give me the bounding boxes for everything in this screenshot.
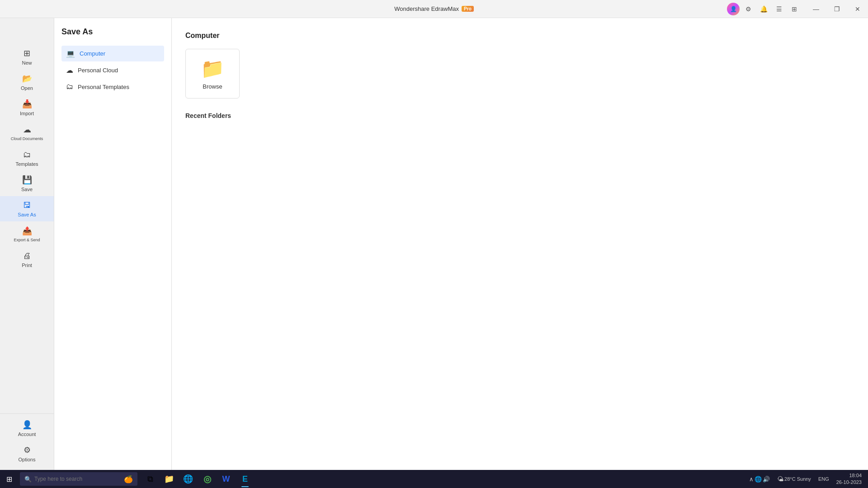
pro-badge: Pro [462, 6, 474, 12]
app-title: Wondershare EdrawMax Pro [394, 5, 474, 12]
save-as-option-templates-label: Personal Templates [78, 84, 129, 90]
taskbar-file-explorer[interactable]: 📁 [160, 470, 178, 488]
sidebar-item-options[interactable]: ⚙ Options [0, 441, 54, 466]
templates-icon: 🗂 [23, 150, 31, 160]
sidebar-item-save-label: Save [21, 187, 33, 192]
sidebar-item-open-label: Open [21, 85, 33, 91]
sidebar-item-new[interactable]: ⊞ New [0, 44, 54, 70]
main-section-title: Computer [185, 32, 854, 40]
save-as-option-cloud-label: Personal Cloud [78, 67, 118, 74]
search-icon: 🔍 [24, 476, 32, 483]
taskbar-task-view[interactable]: ⧉ [141, 470, 159, 488]
sidebar-item-save-as[interactable]: 🖫 Save As [0, 196, 54, 221]
notifications-icon[interactable]: 🔔 [757, 2, 770, 16]
sidebar-item-options-label: Options [19, 457, 36, 462]
taskbar-right: ∧ 🌐 🔊 🌤 28°C Sunny ENG 18:04 26-10-2023 [746, 470, 868, 488]
save-as-option-computer-label: Computer [80, 50, 105, 57]
browse-card[interactable]: 📁 Browse [185, 49, 240, 99]
options-icon: ⚙ [24, 445, 31, 455]
app-title-text: Wondershare EdrawMax [394, 5, 459, 12]
save-icon: 💾 [22, 175, 32, 185]
sidebar-item-export-label: Export & Send [14, 238, 40, 242]
taskbar-chrome[interactable]: ◎ [198, 470, 216, 488]
taskbar-clock[interactable]: 18:04 26-10-2023 [834, 470, 864, 488]
restore-button[interactable]: ❐ [826, 0, 847, 18]
sidebar-bottom: 👤 Account ⚙ Options [0, 413, 54, 466]
open-icon: 📂 [22, 74, 32, 84]
main-content: Computer 📁 Browse Recent Folders [172, 18, 868, 470]
taskbar-word[interactable]: W [217, 470, 235, 488]
sidebar-item-account[interactable]: 👤 Account [0, 416, 54, 441]
search-emoji: 🍊 [124, 475, 133, 483]
new-icon: ⊞ [24, 48, 30, 58]
language-indicator: ENG [818, 476, 829, 482]
taskbar-weather[interactable]: 🌤 28°C Sunny [774, 474, 814, 484]
taskbar-edge[interactable]: 🌐 [179, 470, 197, 488]
print-icon: 🖨 [23, 251, 31, 261]
account-icon: 👤 [22, 420, 32, 430]
sidebar-item-save[interactable]: 💾 Save [0, 171, 54, 196]
sidebar-item-print-label: Print [22, 263, 32, 268]
sidebar-item-open[interactable]: 📂 Open [0, 70, 54, 95]
window-controls: — ❐ ✕ [806, 0, 868, 18]
taskbar-system-icons[interactable]: ∧ 🌐 🔊 [746, 474, 773, 484]
taskbar-apps: ⧉ 📁 🌐 ◎ W E [141, 470, 254, 488]
save-as-panel: Save As 💻 Computer ☁ Personal Cloud 🗂 Pe… [54, 18, 172, 470]
time-display: 18:04 [836, 472, 862, 479]
start-icon: ⊞ [6, 475, 12, 483]
network-icon: 🌐 [755, 476, 762, 483]
save-as-option-personal-templates[interactable]: 🗂 Personal Templates [61, 79, 164, 94]
sidebar-item-templates[interactable]: 🗂 Templates [0, 145, 54, 171]
title-bar: Wondershare EdrawMax Pro 👤 ⚙ 🔔 ☰ ⊞ — ❐ ✕ [0, 0, 868, 18]
computer-icon: 💻 [66, 49, 75, 58]
browse-label: Browse [203, 83, 222, 90]
save-as-icon: 🖫 [23, 201, 31, 210]
taskbar-edrawmax[interactable]: E [236, 470, 254, 488]
search-input[interactable] [34, 476, 121, 482]
user-avatar[interactable]: 👤 [727, 3, 740, 15]
taskbar: ⊞ 🔍 🍊 ⧉ 📁 🌐 ◎ W E ∧ 🌐 🔊 🌤 28°C Sunny ENG… [0, 470, 868, 488]
sidebar-item-export-send[interactable]: 📤 Export & Send [0, 221, 54, 247]
weather-text: 28°C Sunny [784, 476, 811, 482]
sidebar-item-save-as-label: Save As [18, 212, 36, 217]
import-icon: 📥 [22, 99, 32, 109]
cloud-documents-icon: ☁ [23, 125, 31, 135]
chevron-icon: ∧ [749, 476, 754, 483]
date-display: 26-10-2023 [836, 479, 862, 486]
taskbar-lang[interactable]: ENG [816, 474, 832, 483]
export-send-icon: 📤 [22, 226, 32, 236]
save-as-panel-title: Save As [61, 27, 164, 37]
folder-icon: 📁 [201, 57, 224, 80]
personal-cloud-icon: ☁ [66, 66, 73, 75]
sidebar-item-templates-label: Templates [15, 161, 38, 167]
sidebar-item-account-label: Account [18, 432, 36, 437]
volume-icon: 🔊 [763, 476, 770, 483]
save-as-option-computer[interactable]: 💻 Computer [61, 46, 164, 61]
weather-icon: 🌤 [777, 475, 783, 483]
personal-templates-icon: 🗂 [66, 83, 73, 91]
sidebar-item-import-label: Import [20, 111, 34, 116]
toolbar-icon[interactable]: ⊞ [788, 2, 801, 16]
save-as-option-personal-cloud[interactable]: ☁ Personal Cloud [61, 62, 164, 78]
sidebar-item-new-label: New [22, 60, 32, 66]
recent-folders-title: Recent Folders [185, 112, 854, 119]
title-bar-right-icons: 👤 ⚙ 🔔 ☰ ⊞ [723, 0, 805, 18]
start-button[interactable]: ⊞ [0, 470, 18, 488]
minimize-button[interactable]: — [806, 0, 826, 18]
left-sidebar: ⊞ New 📂 Open 📥 Import ☁ Cloud Documents … [0, 18, 54, 470]
sidebar-item-cloud-documents[interactable]: ☁ Cloud Documents [0, 120, 54, 145]
sidebar-item-import[interactable]: 📥 Import [0, 95, 54, 120]
settings-icon[interactable]: ⚙ [741, 2, 755, 16]
sidebar-item-print[interactable]: 🖨 Print [0, 247, 54, 272]
menu-icon[interactable]: ☰ [772, 2, 786, 16]
sidebar-item-cloud-label: Cloud Documents [11, 136, 43, 141]
close-button[interactable]: ✕ [847, 0, 868, 18]
taskbar-search-box[interactable]: 🔍 🍊 [20, 472, 137, 486]
